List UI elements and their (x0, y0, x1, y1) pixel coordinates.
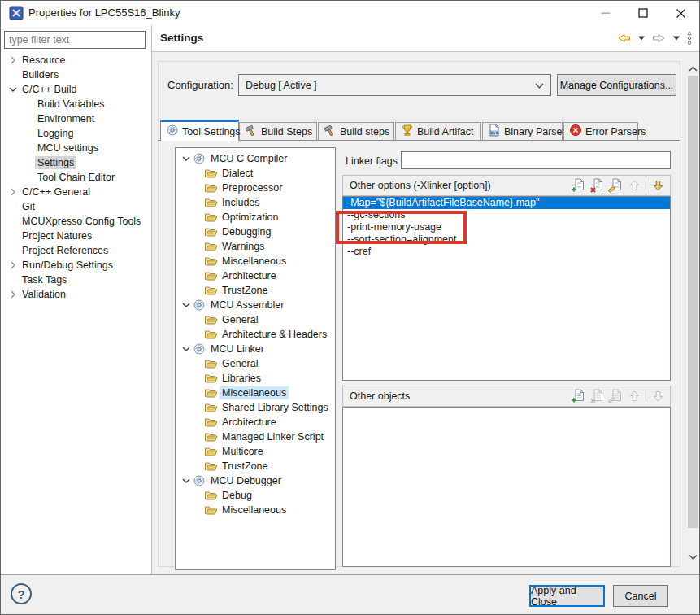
tool-tree-item-trustzone[interactable]: TrustZone (176, 283, 335, 298)
chevron-expanded-icon[interactable] (179, 299, 193, 312)
tab-build-steps[interactable]: Build steps (318, 122, 394, 140)
close-button[interactable] (662, 1, 699, 25)
folder-icon (204, 401, 220, 414)
tool-tree-item-warnings[interactable]: Warnings (176, 239, 335, 254)
sidebar-item-build-variables[interactable]: Build Variables (1, 97, 152, 111)
chevron-collapsed-icon[interactable] (6, 288, 20, 301)
tool-tree-item-label: Includes (220, 196, 263, 209)
tab-build-steps[interactable]: Build Steps (239, 122, 317, 140)
sidebar-item-c-c-general[interactable]: C/C++ General (1, 185, 152, 199)
tool-tree-item-general[interactable]: General (176, 356, 335, 371)
sidebar-item-validation[interactable]: Validation (1, 287, 152, 302)
hammer-icon (245, 124, 258, 139)
titlebar[interactable]: Properties for LPC55S16_Blinky (1, 1, 699, 25)
linker-flags-input[interactable] (401, 151, 671, 169)
tool-tree-item-architecture-headers[interactable]: Architecture & Headers (176, 327, 335, 342)
chevron-expanded-icon[interactable] (179, 474, 193, 487)
sidebar-item-mcu-settings[interactable]: MCU settings (1, 141, 152, 155)
tab-binary-parsers[interactable]: 010Binary Parsers (482, 122, 563, 140)
chevron-collapsed-icon[interactable] (6, 54, 20, 67)
chevron-expanded-icon[interactable] (179, 342, 193, 355)
tool-tree-item-mcu-assembler[interactable]: MCU Assembler (176, 298, 335, 312)
folder-icon (204, 460, 220, 473)
tool-tree-item-mcu-linker[interactable]: MCU Linker (176, 342, 335, 356)
vertical-scrollbar[interactable] (687, 63, 699, 565)
move-down-button (650, 389, 665, 403)
configuration-select[interactable]: Debug [ Active ] (238, 74, 551, 96)
maximize-button[interactable] (624, 1, 662, 25)
tool-tree-item-label: Warnings (220, 240, 267, 253)
chevron-expanded-icon[interactable] (6, 83, 20, 96)
option-row[interactable]: -Map="${BuildArtifactFileBaseName}.map" (343, 197, 670, 209)
folder-icon (204, 225, 220, 238)
dropdown-caret-icon[interactable] (672, 34, 681, 42)
tool-tree-item-shared-library-settings[interactable]: Shared Library Settings (176, 400, 335, 415)
sidebar-item-git[interactable]: Git (1, 199, 152, 214)
tool-tree-item-label: Multicore (220, 445, 266, 458)
tool-tree-item-mcu-debugger[interactable]: MCU Debugger (176, 473, 335, 488)
delete-button[interactable] (589, 178, 604, 193)
tool-tree-item-miscellaneous[interactable]: Miscellaneous (176, 503, 335, 517)
tool-tree-item-label: Shared Library Settings (220, 401, 331, 414)
tool-tree-item-miscellaneous[interactable]: Miscellaneous (176, 386, 335, 400)
delete-button (589, 389, 604, 403)
tool-tree-item-mcu-c-compiler[interactable]: MCU C Compiler (176, 151, 335, 166)
sidebar-item-environment[interactable]: Environment (1, 111, 152, 126)
tool-tree-item-architecture[interactable]: Architecture (176, 415, 335, 430)
chevron-expanded-icon[interactable] (179, 152, 193, 165)
tool-tree-item-optimization[interactable]: Optimization (176, 210, 335, 225)
sidebar-item-resource[interactable]: Resource (1, 53, 152, 68)
sidebar-item-logging[interactable]: Logging (1, 126, 152, 141)
tool-tree-item-label: Libraries (220, 372, 263, 385)
sidebar-item-project-references[interactable]: Project References (1, 243, 152, 258)
chevron-spacer (6, 229, 20, 242)
tool-tree-item-managed-linker-script[interactable]: Managed Linker Script (176, 430, 335, 444)
help-button[interactable]: ? (11, 583, 32, 604)
tool-tree-item-preprocessor[interactable]: Preprocessor (176, 181, 335, 195)
cancel-button[interactable]: Cancel (613, 585, 668, 607)
tool-tree-item-multicore[interactable]: Multicore (176, 444, 335, 459)
tool-tree-item-general[interactable]: General (176, 312, 335, 327)
sidebar-item-builders[interactable]: Builders (1, 68, 152, 82)
tab-build-artifact[interactable]: Build Artifact (395, 122, 481, 140)
scroll-up-icon[interactable] (687, 63, 699, 75)
move-down-button[interactable] (650, 178, 665, 193)
back-arrow-icon[interactable] (615, 30, 633, 46)
tool-tree-item-libraries[interactable]: Libraries (176, 371, 335, 386)
tab-tool-settings[interactable]: Tool Settings (160, 120, 239, 141)
tool-tree-item-architecture[interactable]: Architecture (176, 268, 335, 283)
tab-label: Build steps (340, 126, 389, 137)
option-row[interactable]: --cref (343, 246, 670, 258)
binary-icon: 010 (488, 124, 501, 139)
apply-and-close-button[interactable]: Apply and Close (529, 585, 605, 607)
sidebar-item-label: Project Natures (20, 229, 94, 242)
add-button[interactable] (571, 178, 585, 193)
sidebar-item-project-natures[interactable]: Project Natures (1, 229, 152, 243)
sidebar-item-task-tags[interactable]: Task Tags (1, 273, 152, 287)
chevron-collapsed-icon[interactable] (6, 259, 20, 272)
tool-tree-item-miscellaneous[interactable]: Miscellaneous (176, 254, 335, 268)
add-button[interactable] (571, 389, 585, 403)
sidebar-item-mcuxpresso-config-tools[interactable]: MCUXpresso Config Tools (1, 214, 152, 229)
tool-tree-item-debugging[interactable]: Debugging (176, 225, 335, 239)
sidebar-item-run-debug-settings[interactable]: Run/Debug Settings (1, 258, 152, 273)
scrollbar-thumb[interactable] (688, 76, 698, 528)
page-title: Settings (160, 25, 203, 51)
view-menu-icon[interactable] (685, 29, 694, 47)
dropdown-caret-icon[interactable] (637, 34, 646, 42)
sidebar-item-label: C/C++ Build (20, 83, 79, 96)
manage-configurations-button[interactable]: Manage Configurations... (557, 74, 676, 96)
tool-tree-item-dialect[interactable]: Dialect (176, 166, 335, 181)
tool-tree-item-includes[interactable]: Includes (176, 195, 335, 210)
chevron-spacer (6, 68, 20, 81)
edit-button[interactable] (608, 178, 623, 193)
tab-error-parsers[interactable]: Error Parsers (563, 122, 638, 140)
sidebar-item-c-c-build[interactable]: C/C++ Build (1, 82, 152, 97)
sidebar-item-tool-chain-editor[interactable]: Tool Chain Editor (1, 170, 152, 185)
filter-input[interactable] (4, 31, 146, 49)
scroll-down-icon[interactable] (687, 551, 699, 563)
tool-tree-item-trustzone[interactable]: TrustZone (176, 459, 335, 473)
tool-tree-item-debug[interactable]: Debug (176, 488, 335, 503)
chevron-collapsed-icon[interactable] (6, 185, 20, 198)
sidebar-item-settings[interactable]: Settings (1, 155, 152, 170)
